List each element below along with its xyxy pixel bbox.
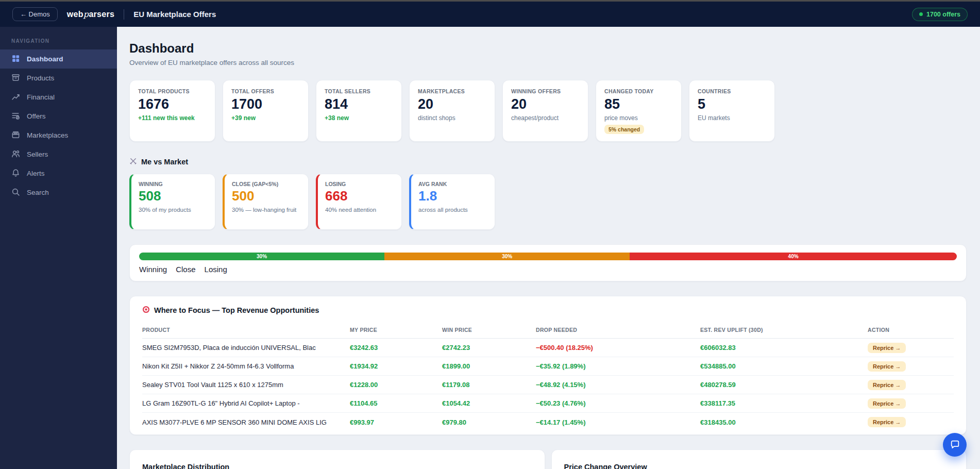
- section-title: Me vs Market: [141, 158, 188, 166]
- col-header-drop-needed: DROP NEEDED: [536, 320, 700, 339]
- card-title: Marketplace Distribution: [142, 463, 532, 469]
- mvm-card-close-gap: CLOSE (GAP<5%) 500 30% — low-hanging fru…: [223, 174, 309, 230]
- mvm-value: 668: [325, 189, 394, 204]
- app-title: EU Marketplace Offers: [133, 10, 216, 19]
- stat-label: TOTAL SELLERS: [325, 88, 393, 94]
- sidebar: NAVIGATION Dashboard Products Financial …: [0, 27, 117, 469]
- focus-table: PRODUCT MY PRICE WIN PRICE DROP NEEDED E…: [142, 320, 954, 431]
- main-content: Dashboard Overview of EU marketplace off…: [117, 27, 980, 469]
- stat-card-changed-today: CHANGED TODAY 85 price moves 5% changed: [596, 80, 682, 142]
- reprice-button[interactable]: Reprice →: [868, 417, 906, 427]
- sidebar-item-financial[interactable]: Financial: [0, 88, 117, 107]
- mvm-sub: 30% — low-hanging fruit: [232, 206, 301, 214]
- logo-text-rest: arsers: [89, 10, 114, 19]
- uplift-cell: €338117.35: [700, 394, 868, 413]
- uplift-cell: €318435.00: [700, 413, 868, 431]
- stat-label: TOTAL OFFERS: [231, 88, 300, 94]
- marketplaces-store-icon: [11, 130, 20, 141]
- action-cell: Reprice →: [868, 413, 954, 431]
- stat-value: 20: [511, 96, 580, 112]
- topbar: ← Demos webparsers EU Marketplace Offers…: [0, 2, 980, 27]
- sidebar-item-alerts[interactable]: Alerts: [0, 164, 117, 183]
- action-cell: Reprice →: [868, 339, 954, 357]
- mvm-value: 500: [232, 189, 301, 204]
- stat-label: TOTAL PRODUCTS: [138, 88, 207, 94]
- sidebar-item-sellers[interactable]: Sellers: [0, 145, 117, 164]
- stat-card-winning-offers: WINNING OFFERS 20 cheapest/product: [502, 80, 588, 142]
- alerts-bell-icon: [11, 169, 20, 179]
- stat-card-total-products: TOTAL PRODUCTS 1676 +111 new this week: [129, 80, 215, 142]
- distribution-bar: 30% 30% 40%: [139, 253, 957, 260]
- drop-needed-cell: −€500.40 (18.25%): [536, 339, 700, 357]
- offers-count-badge: 1700 offers: [912, 8, 968, 21]
- stat-value: 20: [418, 96, 486, 112]
- sidebar-item-search[interactable]: Search: [0, 183, 117, 202]
- mvm-card-avg-rank: AVG RANK 1.8 across all products: [409, 174, 495, 230]
- financial-chart-icon: [11, 92, 20, 103]
- legend-close: Close: [176, 265, 195, 274]
- my-price-cell: €993.97: [350, 413, 442, 431]
- mvm-label: CLOSE (GAP<5%): [232, 181, 301, 187]
- drop-needed-cell: −€48.92 (4.15%): [536, 376, 700, 394]
- reprice-button[interactable]: Reprice →: [868, 361, 906, 372]
- win-price-cell: €979.80: [442, 413, 536, 431]
- search-magnifier-icon: [11, 188, 20, 198]
- sidebar-item-dashboard[interactable]: Dashboard: [0, 49, 117, 69]
- reprice-button[interactable]: Reprice →: [868, 343, 906, 353]
- products-box-icon: [11, 73, 20, 83]
- stat-card-marketplaces: MARKETPLACES 20 distinct shops: [409, 80, 495, 142]
- sidebar-item-label: Dashboard: [27, 55, 63, 63]
- sidebar-item-label: Offers: [27, 112, 46, 120]
- mvm-card-losing: LOSING 668 40% need attention: [316, 174, 402, 230]
- crossed-swords-icon: [129, 157, 137, 166]
- col-header-action: ACTION: [868, 320, 954, 339]
- section-title: Where to Focus — Top Revenue Opportuniti…: [154, 306, 319, 314]
- win-price-cell: €1179.08: [442, 376, 536, 394]
- sidebar-item-label: Alerts: [27, 170, 45, 177]
- offers-count-label: 1700 offers: [926, 11, 960, 18]
- stat-sub: cheapest/product: [511, 114, 580, 122]
- stat-sub: +38 new: [325, 114, 393, 122]
- mvm-value: 508: [139, 189, 208, 204]
- nav-section-label: NAVIGATION: [0, 38, 117, 49]
- page-title: Dashboard: [129, 41, 967, 56]
- uplift-cell: €480278.59: [700, 376, 868, 394]
- my-price-cell: €1104.65: [350, 394, 442, 413]
- action-cell: Reprice →: [868, 376, 954, 394]
- reprice-button[interactable]: Reprice →: [868, 398, 906, 409]
- sellers-users-icon: [11, 149, 20, 160]
- action-cell: Reprice →: [868, 357, 954, 376]
- legend-winning: Winning: [139, 265, 167, 274]
- uplift-cell: €606032.83: [700, 339, 868, 357]
- sidebar-item-marketplaces[interactable]: Marketplaces: [0, 126, 117, 145]
- back-to-demos-button[interactable]: ← Demos: [12, 7, 58, 21]
- reprice-button[interactable]: Reprice →: [868, 380, 906, 390]
- stat-value: 5: [698, 96, 766, 112]
- mvm-sub: across all products: [418, 206, 487, 214]
- target-icon: [142, 306, 150, 315]
- topbar-divider: [124, 9, 124, 20]
- stat-value: 1676: [138, 96, 207, 112]
- sidebar-item-label: Marketplaces: [27, 131, 68, 139]
- card-title: Price Change Overview: [564, 463, 954, 469]
- stat-value: 85: [604, 96, 673, 112]
- product-cell: AXIS M3077-PLVE 6 MP SENSOR 360 MINI DOM…: [142, 413, 350, 431]
- sidebar-item-products[interactable]: Products: [0, 69, 117, 88]
- col-header-uplift: EST. REV UPLIFT (30D): [700, 320, 868, 339]
- sidebar-item-label: Sellers: [27, 150, 48, 158]
- brand-logo[interactable]: webparsers: [67, 9, 114, 19]
- chat-button[interactable]: [943, 433, 967, 457]
- bar-segment-winning: 30%: [139, 253, 384, 260]
- sidebar-item-label: Products: [27, 74, 54, 82]
- my-price-cell: €3242.63: [350, 339, 442, 357]
- mvm-sub: 40% need attention: [325, 206, 394, 214]
- my-price-cell: €1934.92: [350, 357, 442, 376]
- sidebar-item-label: Financial: [27, 93, 55, 101]
- sidebar-item-offers[interactable]: Offers: [0, 107, 117, 126]
- col-header-product: PRODUCT: [142, 320, 350, 339]
- stat-label: COUNTRIES: [698, 88, 766, 94]
- status-dot-icon: [919, 12, 923, 16]
- bottom-cards-row: Marketplace Distribution Price Change Ov…: [129, 449, 967, 469]
- drop-needed-cell: −€14.17 (1.45%): [536, 413, 700, 431]
- product-cell: Nikon Kit Z5II + Nikkor Z 24-50mm f4-6.3…: [142, 357, 350, 376]
